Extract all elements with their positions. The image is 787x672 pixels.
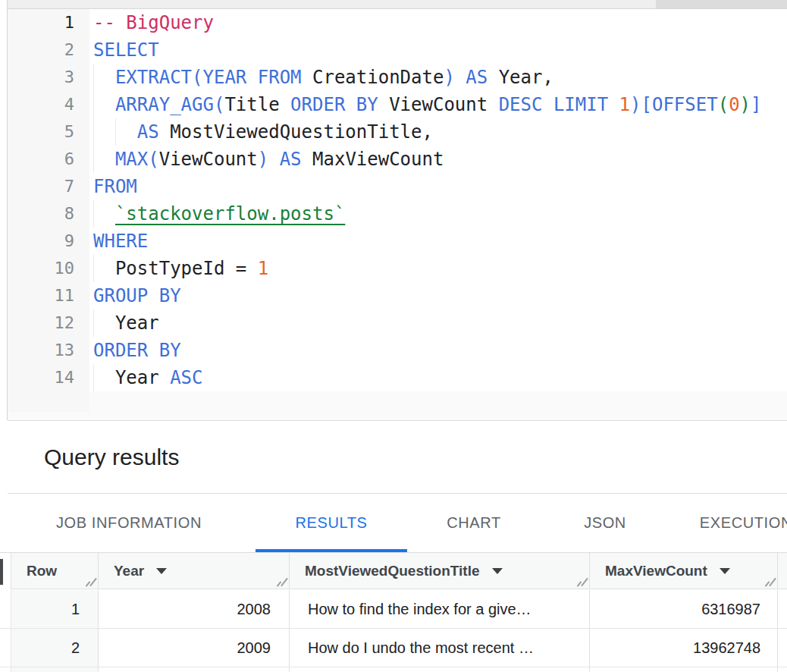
code-line[interactable]: PostTypeId = 1 xyxy=(93,255,787,282)
line-number: 8 xyxy=(8,200,89,228)
code-line[interactable]: `stackoverflow.posts` xyxy=(93,200,787,228)
code-line[interactable]: EXTRACT(YEAR FROM CreationDate) AS Year, xyxy=(93,64,787,91)
tab-label: EXECUTION DETAILS xyxy=(700,514,787,532)
indent-guide-line xyxy=(93,146,94,173)
code-text: FROM xyxy=(93,176,137,197)
sql-editor[interactable]: 1234567891011121314 -- BigQuerySELECT EX… xyxy=(8,9,787,420)
tab-job-information[interactable]: JOB INFORMATION xyxy=(33,494,224,552)
code-text: `stackoverflow.posts` xyxy=(93,203,345,225)
table-row xyxy=(0,667,787,672)
sort-dropdown-icon[interactable] xyxy=(720,568,730,574)
sort-dropdown-icon[interactable] xyxy=(492,568,503,574)
column-header-row: Row xyxy=(11,553,99,589)
tab-label: JSON xyxy=(584,514,626,532)
column-header-mostviewedquestiontitle: MostViewedQuestionTitle xyxy=(290,553,590,589)
code-line[interactable]: ARRAY_AGG(Title ORDER BY ViewCount DESC … xyxy=(93,91,787,118)
line-number: 13 xyxy=(8,337,89,364)
column-header xyxy=(778,553,787,589)
code-token: AS xyxy=(466,67,488,88)
row-number-cell: 1 xyxy=(11,590,99,628)
table-reference-link[interactable]: `stackoverflow.posts` xyxy=(115,203,345,225)
table-cell: How to find the index for a give… xyxy=(290,590,590,628)
code-token xyxy=(268,149,279,170)
code-token: ARRAY_AGG xyxy=(115,94,214,115)
code-token: Year xyxy=(115,367,170,388)
table-row: 22009How do I undo the most recent …1396… xyxy=(0,629,787,667)
code-token xyxy=(542,94,553,115)
column-header-label: MaxViewCount xyxy=(605,563,707,579)
code-text: Year xyxy=(93,312,159,334)
table-cell xyxy=(290,667,590,672)
code-text: PostTypeId = 1 xyxy=(93,258,268,279)
code-line[interactable]: GROUP BY xyxy=(93,282,787,309)
code-text: WHERE xyxy=(93,231,148,252)
indent-guide-line xyxy=(93,364,94,391)
code-token: -- BigQuery xyxy=(93,12,214,33)
code-token: Year, xyxy=(488,67,553,88)
code-token: ASC xyxy=(170,367,202,388)
line-number: 2 xyxy=(8,36,89,64)
code-token xyxy=(246,67,257,88)
row-number-cell: 2 xyxy=(11,629,99,667)
code-token: WHERE xyxy=(93,231,148,252)
table-row: 12008How to find the index for a give…63… xyxy=(0,590,787,629)
code-token: ] xyxy=(751,94,761,115)
tab-execution-details[interactable]: EXECUTION DETAILS xyxy=(667,494,787,552)
query-results-panel-header: Query results xyxy=(0,421,787,493)
code-token: ORDER BY xyxy=(290,94,378,115)
tab-chart[interactable]: CHART xyxy=(425,494,523,552)
line-number: 7 xyxy=(8,173,89,200)
tab-label: JOB INFORMATION xyxy=(56,514,202,532)
line-number: 14 xyxy=(8,364,89,391)
column-resize-handle[interactable] xyxy=(763,576,775,587)
code-token: CreationDate xyxy=(302,67,444,88)
code-token: OFFSET xyxy=(652,94,718,115)
code-line[interactable]: MAX(ViewCount) AS MaxViewCount xyxy=(93,146,787,173)
table-cell: How do I undo the most recent … xyxy=(290,629,590,667)
table-cell: 2009 xyxy=(99,629,290,667)
code-token xyxy=(455,67,466,88)
code-token: ) xyxy=(258,149,268,170)
code-token: 1 xyxy=(619,94,630,115)
scrollbar-thumb[interactable] xyxy=(0,559,3,585)
editor-top-scroll-thumb[interactable] xyxy=(656,0,787,8)
code-line[interactable]: WHERE xyxy=(93,228,787,255)
code-text: -- BigQuery xyxy=(93,12,214,33)
code-token: FROM xyxy=(258,67,302,88)
line-number: 9 xyxy=(8,228,89,255)
code-line[interactable]: FROM xyxy=(93,173,787,200)
code-line[interactable]: SELECT xyxy=(93,36,787,64)
code-line[interactable]: ORDER BY xyxy=(93,337,787,364)
tab-results[interactable]: RESULTS xyxy=(256,494,407,552)
column-resize-handle[interactable] xyxy=(83,576,96,587)
column-header-inner: MaxViewCount xyxy=(590,553,777,589)
code-line[interactable]: AS MostViewedQuestionTitle, xyxy=(93,118,787,146)
column-resize-handle[interactable] xyxy=(575,576,587,587)
table-cell: 2008 xyxy=(99,590,290,628)
code-text: MAX(ViewCount) AS MaxViewCount xyxy=(93,149,444,170)
column-resize-handle[interactable] xyxy=(274,576,287,587)
code-token: EXTRACT xyxy=(115,67,192,88)
line-number: 5 xyxy=(8,118,89,146)
code-text: AS MostViewedQuestionTitle, xyxy=(93,121,433,143)
code-token: GROUP BY xyxy=(93,285,181,306)
code-line[interactable]: Year xyxy=(93,309,787,337)
column-header-inner xyxy=(778,553,787,589)
tab-json[interactable]: JSON xyxy=(556,494,654,552)
column-header-inner: Year xyxy=(99,553,289,589)
code-text: EXTRACT(YEAR FROM CreationDate) AS Year, xyxy=(93,67,553,88)
code-line[interactable]: Year ASC xyxy=(93,364,787,391)
code-text: GROUP BY xyxy=(93,285,181,306)
code-lines[interactable]: -- BigQuerySELECT EXTRACT(YEAR FROM Crea… xyxy=(93,9,787,391)
results-table: RowYearMostViewedQuestionTitleMaxViewCou… xyxy=(0,553,787,672)
code-line[interactable]: -- BigQuery xyxy=(93,9,787,36)
code-token: ( xyxy=(718,94,729,115)
page-title: Query results xyxy=(44,421,179,493)
line-number: 4 xyxy=(8,91,89,118)
sort-dropdown-icon[interactable] xyxy=(156,568,167,574)
code-token: FROM xyxy=(93,176,137,197)
code-token: MaxViewCount xyxy=(302,149,444,170)
code-token: ( xyxy=(148,149,158,170)
table-cell: 13962748 xyxy=(590,629,778,667)
code-token: MAX xyxy=(115,149,148,170)
